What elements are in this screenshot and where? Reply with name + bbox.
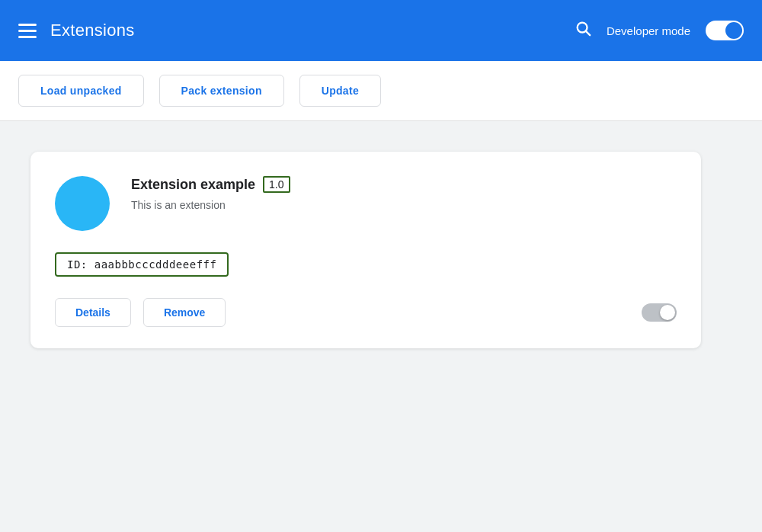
- header-right: Developer mode: [575, 20, 744, 41]
- extension-card: Extension example 1.0 This is an extensi…: [30, 152, 701, 348]
- update-button[interactable]: Update: [299, 75, 381, 107]
- developer-mode-label: Developer mode: [607, 24, 690, 37]
- header-left: Extensions: [18, 21, 575, 40]
- svg-line-1: [586, 31, 590, 35]
- extension-id: ID: aaabbbcccdddeeefff: [55, 252, 229, 277]
- page-title: Extensions: [50, 21, 135, 40]
- main-content: Extension example 1.0 This is an extensi…: [0, 121, 762, 532]
- developer-mode-toggle[interactable]: [706, 21, 744, 40]
- extension-name-row: Extension example 1.0: [131, 176, 677, 193]
- extension-icon: [55, 176, 110, 231]
- extension-actions: Details Remove: [55, 298, 226, 327]
- extension-card-bottom: Details Remove: [55, 298, 677, 327]
- toolbar: Load unpacked Pack extension Update: [0, 61, 762, 121]
- extension-enable-toggle[interactable]: [642, 303, 677, 322]
- load-unpacked-button[interactable]: Load unpacked: [18, 75, 144, 107]
- header: Extensions Developer mode: [0, 0, 762, 61]
- hamburger-icon[interactable]: [18, 24, 37, 38]
- pack-extension-button[interactable]: Pack extension: [159, 75, 284, 107]
- extension-description: This is an extension: [131, 199, 677, 211]
- remove-button[interactable]: Remove: [143, 298, 226, 327]
- extension-name: Extension example: [131, 177, 255, 193]
- extension-version: 1.0: [263, 176, 290, 193]
- extension-info: Extension example 1.0 This is an extensi…: [131, 176, 677, 211]
- toggle-knob: [725, 22, 742, 39]
- extension-id-row: ID: aaabbbcccdddeeefff: [55, 252, 677, 277]
- details-button[interactable]: Details: [55, 298, 131, 327]
- extension-toggle-knob: [660, 305, 675, 320]
- extension-card-top: Extension example 1.0 This is an extensi…: [55, 176, 677, 231]
- search-icon[interactable]: [575, 20, 591, 41]
